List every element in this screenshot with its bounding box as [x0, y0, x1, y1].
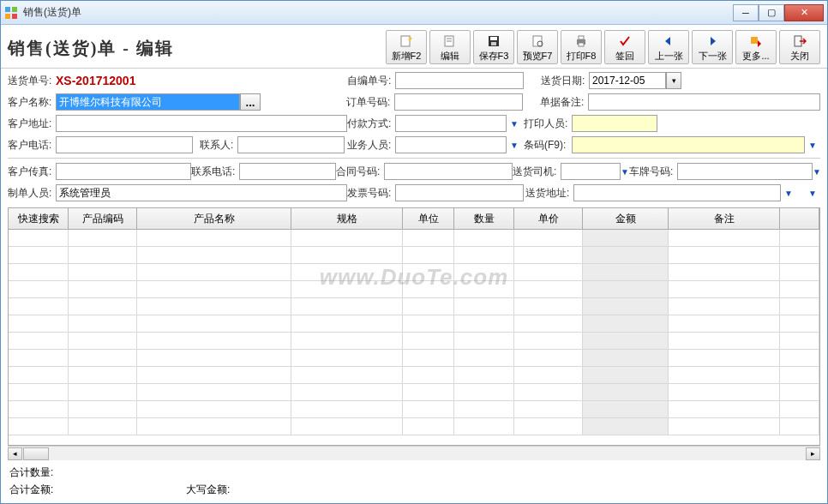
- scroll-thumb[interactable]: [23, 447, 49, 460]
- barcode-dropdown-icon[interactable]: ▼: [805, 136, 820, 153]
- plate-dropdown-icon[interactable]: ▼: [813, 163, 821, 180]
- table-row[interactable]: [9, 281, 819, 298]
- plate-field[interactable]: [677, 163, 813, 180]
- pay-label: 付款方式:: [347, 117, 395, 131]
- more-button[interactable]: 更多...: [735, 30, 777, 64]
- maximize-button[interactable]: ▢: [759, 4, 784, 21]
- print-icon: [574, 33, 588, 49]
- contact-field[interactable]: [237, 136, 345, 153]
- contact-label: 联系人:: [200, 138, 237, 153]
- driver-dropdown-icon[interactable]: ▼: [621, 163, 629, 180]
- creator-field[interactable]: [56, 184, 347, 201]
- fax-field[interactable]: [56, 163, 191, 180]
- staff-field[interactable]: [395, 136, 507, 153]
- new-button[interactable]: 新增F2: [386, 30, 427, 64]
- contact-phone-label: 联系电话:: [191, 165, 239, 179]
- horizontal-scrollbar[interactable]: ◂ ▸: [8, 446, 820, 460]
- ship-addr-field[interactable]: [573, 184, 781, 201]
- customer-field[interactable]: [56, 93, 240, 111]
- customer-lookup-button[interactable]: ...: [240, 93, 261, 111]
- invoice-field[interactable]: [395, 184, 524, 201]
- next-button[interactable]: 下一张: [692, 30, 733, 64]
- scroll-left-button[interactable]: ◂: [8, 447, 22, 460]
- new-icon: [399, 33, 413, 49]
- preview-button[interactable]: 预览F7: [517, 30, 558, 64]
- date-field[interactable]: [589, 72, 666, 89]
- invoice-label: 发票号码:: [347, 186, 395, 201]
- app-icon: [4, 6, 18, 20]
- titlebar: 销售(送货)单 ─ ▢ ✕: [1, 1, 827, 25]
- print-button[interactable]: 打印F8: [561, 30, 602, 64]
- staff-label: 业务人员:: [347, 138, 395, 153]
- barcode-field[interactable]: [572, 136, 805, 153]
- grid-header: 快速搜索产品编码产品名称规格单位数量单价金额备注: [9, 208, 819, 230]
- addr-label: 客户地址:: [8, 117, 56, 131]
- edit-icon: [443, 33, 457, 49]
- pay-field[interactable]: [395, 115, 507, 132]
- preview-icon: [531, 33, 544, 49]
- table-row[interactable]: [9, 264, 819, 281]
- table-row[interactable]: [9, 401, 819, 418]
- arrow-left-icon: [662, 33, 675, 49]
- self-no-label: 自编单号:: [347, 74, 395, 88]
- column-header[interactable]: 单价: [514, 208, 583, 229]
- barcode-label: 条码(F9):: [524, 138, 572, 153]
- svg-rect-3: [12, 14, 17, 19]
- addr-field[interactable]: [56, 115, 347, 132]
- column-header[interactable]: 数量: [454, 208, 514, 229]
- contract-field[interactable]: [384, 163, 513, 180]
- pay-dropdown-icon[interactable]: ▼: [507, 115, 522, 132]
- table-row[interactable]: [9, 418, 819, 435]
- table-row[interactable]: [9, 247, 819, 264]
- phone-field[interactable]: [56, 136, 193, 153]
- column-header[interactable]: 产品名称: [137, 208, 291, 229]
- table-row[interactable]: [9, 333, 819, 350]
- grid-body[interactable]: www.DuoTe.com: [9, 230, 819, 445]
- column-header[interactable]: 快速搜索: [9, 208, 69, 229]
- data-grid[interactable]: 快速搜索产品编码产品名称规格单位数量单价金额备注 www.DuoTe.com: [8, 207, 820, 446]
- edit-button[interactable]: 编辑: [429, 30, 471, 64]
- contact-phone-field[interactable]: [239, 163, 336, 180]
- table-row[interactable]: [9, 384, 819, 401]
- sign-button[interactable]: 签回: [604, 30, 645, 64]
- ship-addr-dropdown-icon[interactable]: ▼: [781, 184, 796, 201]
- prev-button[interactable]: 上一张: [648, 30, 689, 64]
- more-icon: [749, 33, 763, 49]
- column-header[interactable]: 备注: [669, 208, 780, 229]
- remark-field[interactable]: [588, 93, 820, 111]
- table-row[interactable]: [9, 298, 819, 315]
- table-row[interactable]: [9, 315, 819, 333]
- column-header[interactable]: 单位: [403, 208, 454, 229]
- close-button[interactable]: 关闭: [779, 30, 820, 64]
- toolbar: 新增F2 编辑 保存F3 预览F7 打印F8 签回 上一张 下一张 更多... …: [386, 30, 820, 64]
- printer-field[interactable]: [572, 115, 657, 132]
- page-title: 销售(送货)单 - 编辑: [8, 30, 386, 60]
- table-row[interactable]: [9, 350, 819, 367]
- printer-label: 打印人员:: [524, 117, 572, 131]
- scroll-right-button[interactable]: ▸: [806, 447, 820, 460]
- order-no-field[interactable]: [56, 71, 261, 90]
- save-button[interactable]: 保存F3: [473, 30, 514, 64]
- order-code-field[interactable]: [394, 93, 523, 111]
- check-icon: [618, 33, 632, 49]
- table-row[interactable]: [9, 230, 819, 247]
- driver-field[interactable]: [561, 163, 621, 180]
- column-header[interactable]: 规格: [291, 208, 403, 229]
- self-no-field[interactable]: [395, 72, 524, 89]
- expand-icon[interactable]: ▼: [805, 184, 820, 201]
- table-row[interactable]: [9, 367, 819, 384]
- minimize-button[interactable]: ─: [733, 4, 759, 21]
- contract-label: 合同号码:: [336, 165, 384, 179]
- column-header[interactable]: 金额: [583, 208, 669, 229]
- window-close-button[interactable]: ✕: [784, 4, 824, 21]
- ship-addr-label: 送货地址:: [525, 186, 573, 201]
- column-header[interactable]: 产品编码: [69, 208, 137, 229]
- order-code-label: 订单号码:: [346, 95, 394, 110]
- staff-dropdown-icon[interactable]: ▼: [507, 136, 522, 153]
- plate-label: 车牌号码:: [629, 165, 677, 179]
- order-no-label: 送货单号:: [8, 74, 56, 88]
- svg-rect-10: [491, 42, 496, 45]
- save-icon: [487, 33, 501, 49]
- date-picker-button[interactable]: ▾: [666, 72, 681, 89]
- svg-rect-16: [751, 37, 758, 44]
